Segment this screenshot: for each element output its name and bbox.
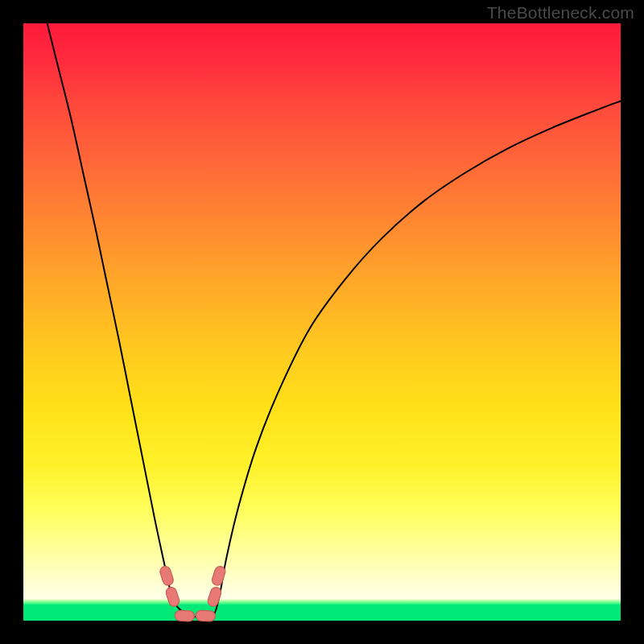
svg-rect-2: [211, 565, 227, 587]
curve-layer: [47, 23, 621, 617]
chart-svg: [0, 0, 644, 644]
svg-rect-5: [196, 610, 216, 621]
bead-right-lower: [207, 586, 223, 608]
svg-rect-1: [165, 586, 181, 608]
chart-frame: TheBottleneck.com: [0, 0, 644, 644]
bead-right-upper: [211, 565, 227, 587]
bead-bottom-b: [196, 610, 216, 621]
curve-right-curve: [205, 101, 621, 617]
svg-rect-4: [175, 610, 195, 621]
curve-left-curve: [47, 23, 206, 617]
svg-rect-3: [207, 586, 223, 608]
watermark-text: TheBottleneck.com: [487, 3, 634, 23]
bead-left-lower: [165, 586, 181, 608]
bead-bottom-a: [175, 610, 195, 621]
svg-rect-0: [159, 565, 175, 587]
bead-left-upper: [159, 565, 175, 587]
marker-layer: [159, 565, 226, 621]
